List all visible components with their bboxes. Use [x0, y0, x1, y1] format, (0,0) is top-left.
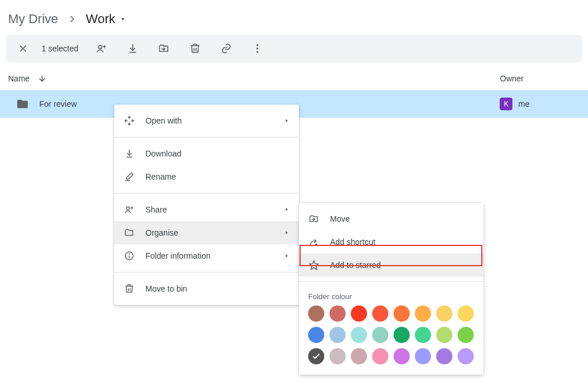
menu-organise[interactable]: Organise	[114, 221, 299, 244]
color-swatch[interactable]	[329, 348, 346, 364]
column-owner[interactable]: Owner	[500, 74, 580, 83]
download-icon	[123, 148, 135, 159]
selection-count: 1 selected	[42, 44, 78, 53]
add-shortcut-icon	[308, 237, 320, 247]
chevron-right-icon	[284, 253, 290, 259]
color-swatch[interactable]	[394, 305, 410, 322]
submenu-add-to-starred[interactable]: Add to starred	[299, 253, 484, 277]
svg-point-18	[129, 253, 130, 254]
share-button[interactable]	[91, 38, 112, 59]
submenu-move[interactable]: Move	[299, 207, 484, 230]
column-name-label: Name	[8, 74, 29, 83]
color-swatch[interactable]	[394, 327, 410, 343]
menu-move-to-bin[interactable]: Move to bin	[114, 277, 299, 300]
avatar: K	[500, 98, 512, 110]
color-swatch[interactable]	[308, 348, 324, 364]
color-swatch[interactable]	[436, 305, 452, 322]
breadcrumb-current[interactable]: Work	[86, 12, 127, 27]
menu-folder-info-label: Folder information	[145, 251, 211, 260]
menu-divider	[114, 272, 299, 273]
svg-point-2	[98, 46, 102, 49]
color-swatch[interactable]	[351, 348, 367, 364]
color-swatch[interactable]	[458, 305, 474, 322]
column-name[interactable]: Name	[8, 74, 500, 83]
delete-button[interactable]	[185, 38, 205, 59]
color-swatch[interactable]	[436, 348, 452, 364]
chevron-right-icon	[284, 118, 290, 124]
color-swatch[interactable]	[415, 348, 431, 364]
move-button[interactable]	[153, 38, 174, 59]
trash-icon	[123, 284, 135, 294]
color-swatch[interactable]	[458, 348, 474, 364]
star-icon	[308, 260, 320, 270]
color-grid	[299, 304, 484, 370]
svg-point-7	[256, 44, 258, 46]
color-swatch[interactable]	[415, 305, 431, 322]
menu-divider	[114, 137, 299, 137]
svg-point-13	[126, 207, 129, 210]
color-swatch[interactable]	[394, 348, 410, 364]
menu-organise-label: Organise	[145, 228, 178, 237]
chevron-right-icon	[66, 13, 78, 25]
svg-point-9	[256, 51, 258, 53]
column-owner-label: Owner	[500, 74, 523, 83]
get-link-button[interactable]	[216, 38, 237, 59]
submenu-add-shortcut[interactable]: Add shortcut	[299, 230, 484, 253]
color-swatch[interactable]	[436, 327, 452, 343]
menu-rename[interactable]: Rename	[114, 165, 299, 188]
color-swatch[interactable]	[308, 305, 324, 322]
download-button[interactable]	[122, 38, 143, 59]
breadcrumb-root[interactable]: My Drive	[8, 12, 58, 27]
menu-open-with[interactable]: Open with	[114, 109, 299, 132]
svg-point-8	[256, 47, 258, 49]
folder-icon	[16, 98, 29, 110]
chevron-right-icon	[284, 230, 290, 236]
arrow-down-icon	[38, 74, 47, 83]
menu-rename-label: Rename	[145, 172, 176, 181]
breadcrumb-current-label: Work	[86, 12, 115, 27]
close-selection-button[interactable]	[13, 38, 33, 59]
menu-move-to-bin-label: Move to bin	[145, 284, 187, 293]
item-name: For review	[39, 99, 77, 109]
breadcrumb: My Drive Work	[0, 0, 588, 35]
selection-action-bar: 1 selected	[6, 35, 582, 62]
more-actions-button[interactable]	[247, 38, 268, 59]
menu-folder-info[interactable]: Folder information	[114, 244, 299, 267]
svg-marker-22	[310, 261, 319, 270]
menu-divider	[114, 193, 299, 193]
color-swatch[interactable]	[351, 305, 367, 322]
avatar-initial: K	[504, 100, 508, 108]
info-icon	[123, 251, 135, 261]
color-swatch[interactable]	[308, 327, 324, 343]
color-swatch[interactable]	[415, 327, 431, 343]
menu-download[interactable]: Download	[114, 142, 299, 165]
share-icon	[123, 204, 135, 215]
submenu-add-to-starred-label: Add to starred	[330, 260, 381, 270]
submenu-move-label: Move	[330, 214, 350, 223]
move-icon	[308, 214, 320, 224]
color-swatch[interactable]	[372, 305, 388, 322]
rename-icon	[123, 172, 135, 182]
submenu-add-shortcut-label: Add shortcut	[330, 237, 376, 247]
menu-share[interactable]: Share	[114, 198, 299, 221]
organise-icon	[123, 228, 135, 238]
chevron-right-icon	[284, 207, 290, 212]
color-swatch[interactable]	[372, 327, 388, 343]
table-header: Name Owner	[0, 62, 588, 90]
context-menu: Open with Download Rename Share Organise…	[114, 105, 299, 305]
color-swatch[interactable]	[351, 327, 367, 343]
menu-share-label: Share	[145, 205, 167, 214]
color-swatch[interactable]	[329, 305, 346, 322]
menu-divider	[299, 281, 484, 282]
owner-name: me	[518, 99, 529, 109]
menu-download-label: Download	[145, 149, 181, 158]
open-with-icon	[123, 115, 135, 126]
color-swatch[interactable]	[372, 348, 388, 364]
folder-colour-label: Folder colour	[299, 286, 484, 304]
menu-open-with-label: Open with	[145, 116, 182, 125]
color-swatch[interactable]	[329, 327, 346, 343]
organise-submenu: Move Add shortcut Add to starred Folder …	[299, 203, 484, 375]
caret-down-icon	[119, 15, 127, 23]
color-swatch[interactable]	[458, 327, 474, 343]
